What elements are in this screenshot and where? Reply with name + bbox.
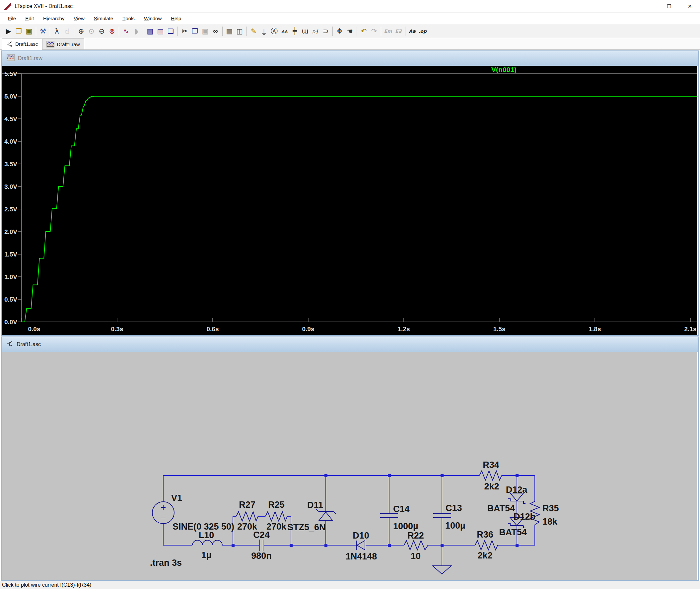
halt-run-icon[interactable]: λ (52, 26, 62, 36)
value-C14[interactable]: 1000µ (393, 521, 418, 531)
menu-tools[interactable]: Tools (118, 13, 139, 24)
value-R22[interactable]: 10 (411, 551, 421, 561)
spice-directive-text[interactable]: .tran 3s (150, 558, 182, 568)
control-panel-hammer-icon[interactable]: ⚒ (38, 26, 48, 36)
spice-directive-icon[interactable]: .op (417, 26, 428, 36)
schematic-canvas[interactable]: V1 SINE(0 325 50) L10 1µ .tran 3s R27 27… (2, 352, 697, 580)
diode-icon[interactable]: ▷| (310, 26, 320, 36)
capacitor-C24[interactable] (260, 540, 263, 551)
drag-icon[interactable]: ☚ (345, 26, 355, 36)
schematic-icon (7, 341, 13, 347)
label-D12b[interactable]: D12b (513, 512, 535, 522)
menu-simulate[interactable]: Simulate (89, 13, 118, 24)
label-R34[interactable]: R34 (483, 460, 499, 470)
x-tick-label: 0.0s (28, 326, 40, 333)
cascade-windows-icon[interactable]: ❏ (166, 26, 176, 36)
menu-hierarchy[interactable]: Hierarchy (38, 13, 69, 24)
zoom-out-icon[interactable]: ⊖ (96, 26, 107, 36)
run-icon[interactable]: ▶ (3, 26, 14, 36)
waveform-window-title: Draft1.raw (18, 55, 42, 61)
resistor-R36[interactable] (475, 541, 498, 550)
resistor-R22[interactable] (404, 541, 428, 550)
y-tick-label: 4.0V (4, 138, 17, 145)
resistor-R25[interactable] (265, 512, 287, 521)
net-label-icon[interactable]: Ⓐ (269, 26, 279, 36)
voltage-source-V1[interactable] (152, 502, 174, 524)
waveform-window-titlebar[interactable]: Draft1.raw (2, 51, 698, 66)
label-D10[interactable]: D10 (353, 531, 369, 541)
value-R35[interactable]: 18k (542, 517, 558, 527)
zoom-full-extents-icon[interactable]: ⊗ (107, 26, 117, 36)
copy-icon[interactable]: ❒ (190, 26, 200, 36)
tab-draft1-asc[interactable]: Draft1.asc (2, 38, 42, 50)
trace-v-n001[interactable] (22, 96, 697, 322)
waveform-plot-area[interactable]: V(n001) 5.5V5.0V4.5V4.0V3.5V3.0V2.5V2.0V… (2, 66, 697, 335)
maximize-button[interactable]: ☐ (659, 0, 679, 13)
menu-window[interactable]: Window (139, 13, 166, 24)
print-preview-icon[interactable]: ◫ (235, 26, 245, 36)
toolbar-separator (222, 27, 223, 36)
value-D10[interactable]: 1N4148 (346, 552, 377, 562)
label-L10[interactable]: L10 (199, 530, 214, 540)
label-R25[interactable]: R25 (268, 500, 285, 510)
label-V1[interactable]: V1 (171, 493, 182, 503)
toolbar-separator (381, 27, 381, 36)
find-icon[interactable]: ∞ (210, 26, 221, 36)
resistor-icon[interactable]: ʌʌ (279, 26, 290, 36)
inductor-icon[interactable]: ɯ (300, 26, 310, 36)
label-R27[interactable]: R27 (239, 500, 255, 510)
tab-draft1-raw[interactable]: Draft1.raw (42, 38, 84, 49)
tile-vertical-icon[interactable]: ▥ (155, 26, 166, 36)
x-tick-label: 1.5s (493, 326, 506, 333)
value-R36[interactable]: 2k2 (477, 551, 492, 561)
tile-horizontal-icon[interactable]: ▤ (145, 26, 155, 36)
label-D12a[interactable]: D12a (506, 485, 528, 495)
resistor-R27[interactable] (236, 512, 258, 521)
diode-D10[interactable] (356, 541, 365, 550)
undo-icon[interactable]: ↶ (359, 26, 369, 36)
value-C13[interactable]: 100µ (445, 521, 465, 531)
capacitor-icon[interactable]: ╪ (290, 26, 300, 36)
value-L10[interactable]: 1µ (201, 550, 212, 560)
save-icon[interactable]: ▣ (24, 26, 34, 36)
toolbar-separator (332, 27, 333, 36)
print-icon[interactable]: ▦ (224, 26, 235, 36)
inductor-L10[interactable] (192, 540, 222, 545)
close-button[interactable]: ✕ (679, 0, 700, 13)
menu-view[interactable]: View (69, 13, 89, 24)
waveform-plot[interactable]: 5.5V5.0V4.5V4.0V3.5V3.0V2.5V2.0V1.5V1.0V… (2, 66, 697, 335)
value-D11[interactable]: STZ5_6N (287, 522, 326, 532)
text-tool-icon[interactable]: Aa (407, 26, 417, 36)
move-icon[interactable]: ✥ (334, 26, 345, 36)
ground-symbol[interactable] (433, 566, 451, 574)
wire-icon[interactable]: ✎ (248, 26, 259, 36)
menu-help[interactable]: Help (166, 13, 186, 24)
plot-settings-icon[interactable]: ∿ (121, 26, 131, 36)
ground-icon[interactable]: ⍊ (259, 26, 269, 36)
zoom-in-icon[interactable]: ⊕ (76, 26, 86, 36)
capacitor-C13[interactable] (433, 514, 451, 518)
y-tick-label: 5.5V (4, 70, 17, 77)
component-icon[interactable]: ⊃ (320, 26, 331, 36)
menu-edit[interactable]: Edit (21, 13, 38, 24)
value-R34[interactable]: 2k2 (484, 481, 499, 492)
value-C24[interactable]: 980n (251, 551, 272, 561)
value-D12a[interactable]: BAT54 (487, 504, 515, 513)
label-C24[interactable]: C24 (253, 530, 270, 540)
label-D11[interactable]: D11 (307, 500, 323, 510)
cut-icon[interactable]: ✂ (180, 26, 190, 36)
label-R36[interactable]: R36 (477, 530, 493, 540)
value-D12b[interactable]: BAT54 (499, 527, 527, 537)
schematic-window-titlebar[interactable]: Draft1.asc (2, 337, 698, 352)
menu-file[interactable]: File (3, 13, 21, 24)
capacitor-C14[interactable] (380, 514, 398, 518)
toolbar-separator (119, 27, 119, 36)
label-C14[interactable]: C14 (393, 504, 410, 514)
label-R22[interactable]: R22 (407, 531, 424, 541)
label-C13[interactable]: C13 (446, 503, 462, 513)
minimize-button[interactable]: – (638, 0, 659, 13)
open-icon[interactable]: ❐ (14, 26, 24, 36)
resistor-R34[interactable] (479, 471, 502, 480)
waveform-window-icon (7, 54, 15, 62)
label-R35[interactable]: R35 (542, 504, 559, 513)
